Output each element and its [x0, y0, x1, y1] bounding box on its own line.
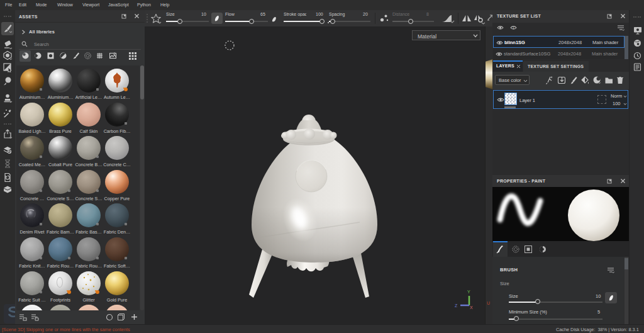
- svg-text:Y: Y: [467, 290, 470, 294]
- svg-text:X: X: [470, 305, 473, 310]
- svg-text:Z: Z: [455, 303, 458, 308]
